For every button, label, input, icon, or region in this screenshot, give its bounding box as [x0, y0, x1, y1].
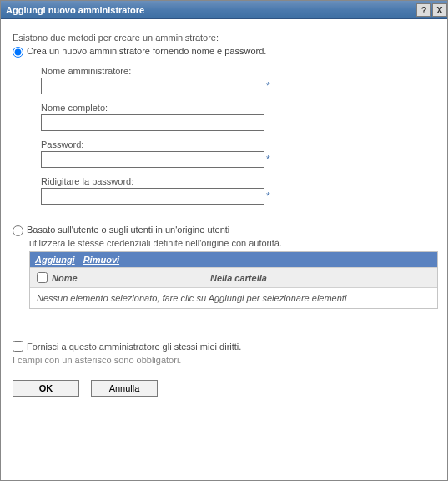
input-retype-password[interactable]	[41, 188, 264, 205]
required-asterisk: *	[266, 154, 270, 165]
button-row: OK Annulla	[13, 380, 435, 397]
required-asterisk: *	[266, 190, 270, 202]
radio-based-on-user[interactable]	[13, 225, 23, 236]
required-fields-note: I campi con un asterisco sono obbligator…	[13, 355, 435, 365]
col-folder: Nella cartella	[210, 273, 434, 283]
input-admin-name[interactable]	[41, 78, 264, 94]
same-rights-label: Fornisci a questo amministratore gli ste…	[27, 342, 241, 352]
field-retype-password: Ridigitare la password: *	[41, 176, 435, 205]
ok-button[interactable]: OK	[13, 380, 79, 397]
label-admin-name: Nome amministratore:	[41, 66, 435, 76]
field-admin-name: Nome amministratore: *	[41, 66, 435, 94]
window-title: Aggiungi nuovo amministratore	[6, 5, 415, 15]
label-password: Password:	[41, 139, 435, 149]
help-icon[interactable]: ?	[416, 3, 431, 17]
radio-create-new-label: Crea un nuovo amministratore fornendo no…	[27, 46, 266, 56]
label-full-name: Nome completo:	[41, 103, 435, 113]
col-name: Nome	[52, 273, 210, 283]
toolbar-remove[interactable]: Rimuovi	[83, 255, 119, 265]
table-empty-message: Nessun elemento selezionato, fare clic s…	[30, 288, 437, 308]
required-asterisk: *	[266, 80, 270, 92]
same-rights-checkbox[interactable]	[13, 341, 23, 352]
title-bar: Aggiungi nuovo amministratore ? X	[1, 1, 447, 19]
input-full-name[interactable]	[41, 114, 264, 131]
close-icon[interactable]: X	[432, 3, 447, 17]
toolbar-add[interactable]: Aggiungi	[35, 255, 75, 265]
intro-text: Esistono due metodi per creare un ammini…	[13, 33, 435, 43]
radio-create-new[interactable]	[13, 47, 23, 58]
table-header: Nome Nella cartella	[30, 267, 437, 288]
option2-subtext: utilizzerà le stesse credenziali definit…	[29, 238, 435, 248]
cancel-button[interactable]: Annulla	[91, 380, 158, 397]
label-retype-password: Ridigitare la password:	[41, 176, 435, 186]
radio-based-on-user-label: Basato sull'utente o sugli utenti in un'…	[27, 225, 229, 235]
option-create-new[interactable]: Crea un nuovo amministratore fornendo no…	[13, 46, 435, 58]
table-toolbar: Aggiungi Rimuovi	[30, 252, 437, 267]
option-based-on-user[interactable]: Basato sull'utente o sugli utenti in un'…	[13, 225, 435, 236]
same-rights-row[interactable]: Fornisci a questo amministratore gli ste…	[13, 341, 435, 352]
input-password[interactable]	[41, 151, 264, 168]
dialog-content: Esistono due metodi per creare un ammini…	[1, 19, 447, 408]
user-source-table: Aggiungi Rimuovi Nome Nella cartella Nes…	[29, 251, 438, 309]
select-all-checkbox[interactable]	[37, 272, 48, 283]
field-password: Password: *	[41, 139, 435, 168]
field-full-name: Nome completo:	[41, 103, 435, 131]
